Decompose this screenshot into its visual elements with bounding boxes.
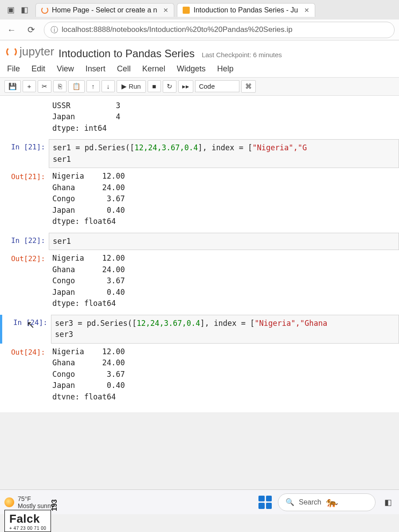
mouse-cursor-icon: ↖ [27,319,35,331]
jupyter-header: jupyter Intoduction to Pandas Series Las… [0,40,399,62]
add-cell-button[interactable]: + [23,80,36,92]
browser-tab-notebook[interactable]: Intoduction to Pandas Series - Ju ✕ [177,3,315,17]
start-button[interactable] [258,496,272,509]
jupyter-logo-text: jupyter [20,45,54,59]
address-row: ← ⟳ ⓘ localhost:8888/notebooks/Intoducti… [0,20,399,40]
notebook-area[interactable]: USSR 3 Japan 4 dtype: int64 In [21]: ser… [0,96,399,413]
checkpoint-text: Last Checkpoint: 6 minutes [202,51,282,59]
celltype-select[interactable]: Code [195,80,239,92]
code-cell-22[interactable]: In [22]: ser1 [0,233,399,250]
menu-widgets[interactable]: Widgets [177,64,206,74]
cut-button[interactable]: ✂ [38,80,51,93]
browser-chrome: ▣ ◧ Home Page - Select or create a n ✕ I… [0,0,399,40]
window-controls: ▣ ◧ [3,5,33,15]
run-button[interactable]: ▶ Run [117,80,146,93]
toolbar: 💾 + ✂ ⎘ 📋 ↑ ↓ ▶ Run ■ ↻ ▸▸ Code ⌘ [0,78,399,96]
out-prompt: Out[22]: [0,251,49,314]
search-placeholder: Search [299,498,321,506]
weather-icon [4,497,14,507]
weather-cond: Mostly sunny [18,502,54,509]
tab-label: Intoduction to Pandas Series - Ju [193,6,298,14]
address-bar[interactable]: ⓘ localhost:8888/notebooks/Intoduction%2… [44,22,395,38]
browser-tab-home[interactable]: Home Page - Select or create a n ✕ [35,3,174,17]
sticker-number: 193 [51,499,59,511]
code-input[interactable]: ser3 = pd.Series([12,24,3.67,0.4], index… [51,315,399,344]
output-text: USSR 3 Japan 4 dtype: int64 [49,98,399,139]
jupyter-logo-icon [6,47,17,57]
laptop-sticker: Falck + 47 23 00 71 00 193 [4,510,51,532]
weather-widget[interactable]: 75°F Mostly sunny [4,495,54,509]
code-cell-21[interactable]: In [21]: ser1 = pd.Series([12,24,3.67,0.… [0,139,399,168]
search-mascot-icon: 🐅 [326,497,338,508]
notebook-favicon-icon [183,7,190,14]
output-cell-top: USSR 3 Japan 4 dtype: int64 [0,98,399,139]
url-text: localhost:8888/notebooks/Intoduction%20t… [62,25,293,34]
move-up-button[interactable]: ↑ [86,80,100,92]
restart-button[interactable]: ↻ [163,80,176,93]
sticker-phone: + 47 23 00 71 00 [9,526,46,531]
stop-button[interactable]: ■ [148,80,161,92]
menu-kernel[interactable]: Kernel [142,64,165,74]
save-button[interactable]: 💾 [4,80,21,93]
output-text: Nigeria 12.00 Ghana 24.00 Congo 3.67 Jap… [49,251,399,314]
output-cell-24: Out[24]: Nigeria 12.00 Ghana 24.00 Congo… [0,344,399,407]
code-input[interactable]: ser1 [49,233,399,250]
empty-prompt [0,98,49,139]
jupyter-logo[interactable]: jupyter [6,45,54,59]
search-icon: 🔍 [286,498,294,506]
taskview-icon[interactable]: ◧ [382,497,395,507]
tab-strip: ▣ ◧ Home Page - Select or create a n ✕ I… [0,0,399,20]
in-prompt: In [22]: [0,233,49,250]
copy-button[interactable]: ⎘ [53,80,66,92]
menu-view[interactable]: View [57,64,74,74]
notebook-title[interactable]: Intoduction to Pandas Series [59,47,195,60]
tabs-overview-icon[interactable]: ▣ [7,5,15,15]
output-text: Nigeria 12.00 Ghana 24.00 Congo 3.67 Jap… [49,169,399,232]
output-text: Nigeria 12.00 Ghana 24.00 Congo 3.67 Jap… [49,344,399,407]
sticker-brand: Falck [9,512,46,526]
close-icon[interactable]: ✕ [304,7,309,14]
code-cell-24[interactable]: In [24]: ser3 = pd.Series([12,24,3.67,0.… [0,315,399,344]
output-cell-21: Out[21]: Nigeria 12.00 Ghana 24.00 Congo… [0,169,399,232]
site-info-icon[interactable]: ⓘ [51,25,58,35]
menu-cell[interactable]: Cell [117,64,131,74]
tab-label: Home Page - Select or create a n [52,6,157,14]
taskbar-search[interactable]: 🔍 Search 🐅 [278,493,376,511]
restart-run-all-button[interactable]: ▸▸ [178,80,193,93]
panel-icon[interactable]: ◧ [21,5,28,15]
move-down-button[interactable]: ↓ [102,80,115,92]
close-icon[interactable]: ✕ [163,7,168,14]
weather-temp: 75°F [18,495,54,502]
taskbar: 75°F Mostly sunny 🔍 Search 🐅 ◧ [0,489,399,514]
menu-insert[interactable]: Insert [86,64,106,74]
menu-help[interactable]: Help [217,64,234,74]
jupyter-favicon-icon [41,7,48,14]
back-button[interactable]: ← [4,23,19,37]
code-input[interactable]: ser1 = pd.Series([12,24,3.67,0.4], index… [49,139,399,168]
out-prompt: Out[21]: [0,169,49,232]
command-palette-button[interactable]: ⌘ [241,80,256,93]
menu-file[interactable]: File [7,64,20,74]
paste-button[interactable]: 📋 [68,80,85,93]
weather-text: 75°F Mostly sunny [18,495,54,509]
menu-bar: File Edit View Insert Cell Kernel Widget… [0,62,399,78]
output-cell-22: Out[22]: Nigeria 12.00 Ghana 24.00 Congo… [0,251,399,314]
jupyter-page: jupyter Intoduction to Pandas Series Las… [0,40,399,412]
out-prompt: Out[24]: [0,344,49,407]
refresh-button[interactable]: ⟳ [25,23,38,37]
in-prompt: In [21]: [0,139,49,168]
menu-edit[interactable]: Edit [31,64,45,74]
